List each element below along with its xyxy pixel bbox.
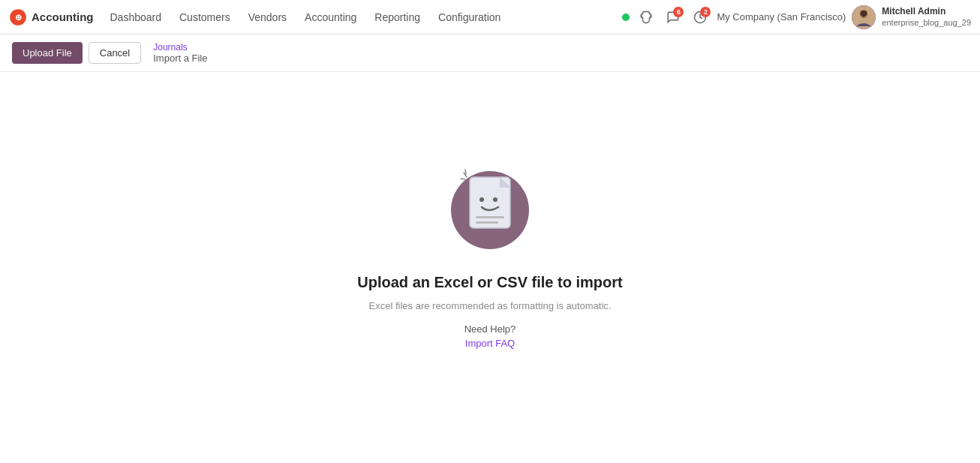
user-name: Mitchell Admin [882,6,971,18]
brand-name: Accounting [32,11,94,23]
breadcrumb-current: Import a File [153,53,207,64]
nav-item-configuration[interactable]: Configuration [431,7,508,28]
nav-item-accounting[interactable]: Accounting [297,7,364,28]
brand-logo-icon: ⊕ [9,8,27,26]
cancel-button[interactable]: Cancel [89,42,141,64]
user-avatar[interactable] [852,5,876,29]
main-content: Upload an Excel or CSV file to import Ex… [0,72,980,432]
chat-badge: 6 [673,7,684,17]
svg-line-12 [461,179,465,179]
svg-point-15 [493,197,498,202]
nav-right: 6 2 My Company (San Francisco) Mitchell … [622,5,971,29]
brand-link[interactable]: ⊕ Accounting [9,8,94,26]
upload-file-button[interactable]: Upload File [12,42,83,64]
action-bar: Upload File Cancel Journals Import a Fil… [0,35,980,72]
avatar-image [852,5,876,29]
navbar: ⊕ Accounting Dashboard Customers Vendors… [0,0,980,35]
breadcrumb-parent[interactable]: Journals [153,42,207,53]
nav-item-vendors[interactable]: Vendors [241,7,294,28]
svg-rect-17 [476,221,498,224]
upload-svg-illustration [441,156,539,254]
import-faq-link[interactable]: Import FAQ [465,338,515,349]
user-sub: enterprise_blog_aug_29 [882,17,971,28]
activity-badge: 2 [700,7,711,17]
user-info: Mitchell Admin enterprise_blog_aug_29 [882,6,971,29]
company-label[interactable]: My Company (San Francisco) [717,11,846,23]
activity-icon-btn[interactable]: 2 [690,7,711,28]
need-help-text: Need Help? [464,323,516,335]
online-status-dot [622,14,630,21]
nav-item-dashboard[interactable]: Dashboard [103,7,170,28]
svg-line-13 [465,170,466,174]
upload-illustration [441,156,539,256]
svg-point-14 [479,197,484,202]
nav-item-reporting[interactable]: Reporting [367,7,428,28]
breadcrumb: Journals Import a File [153,42,207,64]
nav-item-customers[interactable]: Customers [172,7,238,28]
debug-icon-btn[interactable] [636,7,657,28]
upload-title: Upload an Excel or CSV file to import [357,274,622,291]
messaging-icon-btn[interactable]: 6 [663,7,684,28]
svg-text:⊕: ⊕ [15,12,22,21]
bug-icon [639,11,653,24]
svg-rect-16 [476,216,504,218]
upload-subtitle: Excel files are recommended as formattin… [369,300,612,311]
